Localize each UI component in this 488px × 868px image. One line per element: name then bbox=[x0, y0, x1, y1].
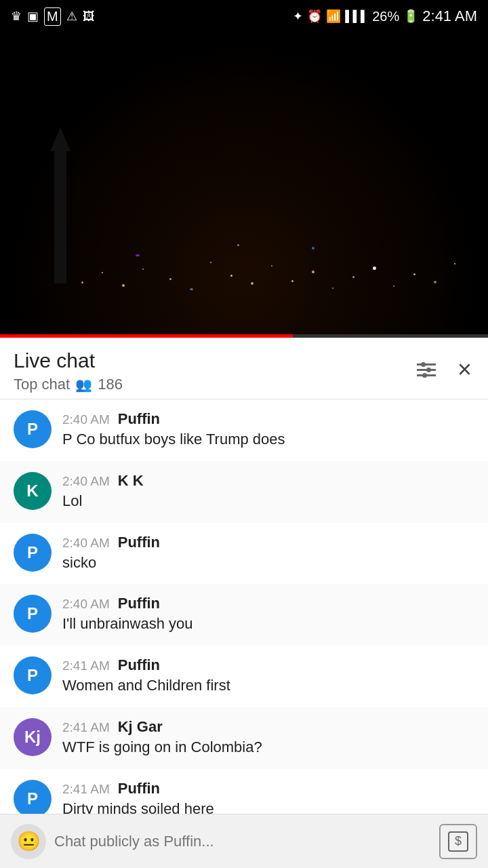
status-left-icons: ♛ ▣ M ⚠ 🖼 bbox=[11, 7, 95, 26]
superchat-icon: $ bbox=[448, 831, 468, 852]
video-player[interactable] bbox=[0, 33, 488, 338]
message-username: Puffin bbox=[118, 780, 160, 797]
chat-header-right: × bbox=[414, 353, 474, 387]
avatar: P bbox=[14, 595, 52, 633]
video-content bbox=[0, 33, 488, 338]
message-meta: 2:40 AM K K bbox=[62, 472, 474, 490]
city-lights bbox=[0, 216, 488, 297]
message-meta: 2:40 AM Puffin bbox=[62, 595, 474, 612]
wifi-icon: 📶 bbox=[326, 9, 341, 24]
status-right-icons: ✦ ⏰ 📶 ▌▌▌ 26% 🔋 2:41 AM bbox=[293, 7, 477, 25]
status-time: 2:41 AM bbox=[422, 7, 477, 25]
viewer-count: 186 bbox=[98, 376, 123, 393]
chat-message: Kj 2:41 AM Kj Gar WTF is going on in Col… bbox=[0, 707, 488, 769]
emoji-icon: 😐 bbox=[17, 830, 41, 852]
message-content: 2:40 AM Puffin P Co butfux boys like Tru… bbox=[62, 410, 474, 450]
send-superchat-button[interactable]: $ bbox=[439, 824, 477, 859]
bluetooth-icon: ✦ bbox=[293, 9, 303, 24]
slider-line-2 bbox=[417, 369, 436, 371]
image-icon: 🖼 bbox=[83, 9, 95, 24]
chat-panel: Live chat Top chat 👥 186 × P bbox=[0, 338, 488, 868]
message-time: 2:40 AM bbox=[62, 412, 110, 427]
top-chat-label[interactable]: Top chat bbox=[14, 376, 70, 393]
close-button[interactable]: × bbox=[455, 353, 474, 387]
message-text: WTF is going on in Colombia? bbox=[62, 737, 474, 758]
sliders-icon bbox=[417, 363, 436, 376]
message-username: Puffin bbox=[118, 534, 160, 551]
message-text: sicko bbox=[62, 553, 474, 574]
message-text: I'll unbrainwash you bbox=[62, 614, 474, 635]
message-time: 2:41 AM bbox=[62, 782, 110, 797]
chat-input-area: 😐 $ bbox=[0, 814, 488, 868]
viewer-icon: 👥 bbox=[75, 376, 92, 393]
dollar-icon: $ bbox=[455, 834, 462, 848]
avatar: Kj bbox=[14, 718, 52, 756]
emoji-button[interactable]: 😐 bbox=[11, 824, 46, 859]
signal-icon: ▌▌▌ bbox=[345, 10, 368, 22]
chat-title: Live chat bbox=[14, 349, 123, 373]
message-time: 2:41 AM bbox=[62, 658, 110, 673]
chat-message: K 2:40 AM K K Lol bbox=[0, 461, 488, 523]
video-progress-fill bbox=[0, 334, 293, 338]
chat-header-left: Live chat Top chat 👥 186 bbox=[14, 349, 123, 393]
status-bar: ♛ ▣ M ⚠ 🖼 ✦ ⏰ 📶 ▌▌▌ 26% 🔋 2:41 AM bbox=[0, 0, 488, 33]
close-icon: × bbox=[458, 355, 472, 384]
warning-icon: ⚠ bbox=[66, 9, 77, 24]
chat-messages: P 2:40 AM Puffin P Co butfux boys like T… bbox=[0, 399, 488, 868]
slider-line-3 bbox=[417, 374, 436, 376]
folder-icon: ▣ bbox=[27, 9, 39, 24]
message-time: 2:41 AM bbox=[62, 720, 110, 735]
chat-subtitle: Top chat 👥 186 bbox=[14, 376, 123, 393]
message-username: Puffin bbox=[118, 656, 160, 674]
battery-icon: 🔋 bbox=[403, 9, 418, 24]
message-meta: 2:41 AM Puffin bbox=[62, 656, 474, 674]
message-content: 2:41 AM Puffin Women and Children first bbox=[62, 656, 474, 696]
message-meta: 2:41 AM Puffin bbox=[62, 780, 474, 797]
avatar: P bbox=[14, 410, 52, 448]
chat-header: Live chat Top chat 👥 186 × bbox=[0, 338, 488, 399]
message-content: 2:40 AM Puffin I'll unbrainwash you bbox=[62, 595, 474, 635]
avatar: P bbox=[14, 656, 52, 694]
chat-message: P 2:41 AM Puffin Women and Children firs… bbox=[0, 646, 488, 707]
message-text: Women and Children first bbox=[62, 675, 474, 696]
message-time: 2:40 AM bbox=[62, 597, 110, 612]
message-text: P Co butfux boys like Trump does bbox=[62, 429, 474, 450]
m-icon: M bbox=[44, 7, 61, 26]
slider-line-1 bbox=[417, 363, 436, 366]
video-progress-bar[interactable] bbox=[0, 334, 488, 338]
avatar: P bbox=[14, 780, 52, 818]
chat-input[interactable] bbox=[54, 824, 431, 859]
avatar: K bbox=[14, 472, 52, 510]
chat-message: P 2:40 AM Puffin I'll unbrainwash you bbox=[0, 584, 488, 646]
message-username: Puffin bbox=[118, 410, 160, 428]
battery-level: 26% bbox=[372, 9, 399, 24]
avatar: P bbox=[14, 534, 52, 572]
message-content: 2:40 AM Puffin sicko bbox=[62, 534, 474, 574]
chat-message: P 2:40 AM Puffin P Co butfux boys like T… bbox=[0, 399, 488, 461]
message-time: 2:40 AM bbox=[62, 536, 110, 551]
message-text: Lol bbox=[62, 491, 474, 512]
crown-icon: ♛ bbox=[11, 9, 22, 24]
message-time: 2:40 AM bbox=[62, 474, 110, 489]
chat-message: P 2:40 AM Puffin sicko bbox=[0, 523, 488, 585]
message-username: K K bbox=[118, 472, 144, 490]
message-meta: 2:40 AM Puffin bbox=[62, 410, 474, 428]
alarm-icon: ⏰ bbox=[307, 9, 322, 24]
message-username: Puffin bbox=[118, 595, 160, 612]
message-content: 2:41 AM Kj Gar WTF is going on in Colomb… bbox=[62, 718, 474, 758]
filter-button[interactable] bbox=[414, 361, 439, 379]
message-content: 2:40 AM K K Lol bbox=[62, 472, 474, 512]
message-meta: 2:41 AM Kj Gar bbox=[62, 718, 474, 736]
message-username: Kj Gar bbox=[118, 718, 163, 736]
message-meta: 2:40 AM Puffin bbox=[62, 534, 474, 551]
